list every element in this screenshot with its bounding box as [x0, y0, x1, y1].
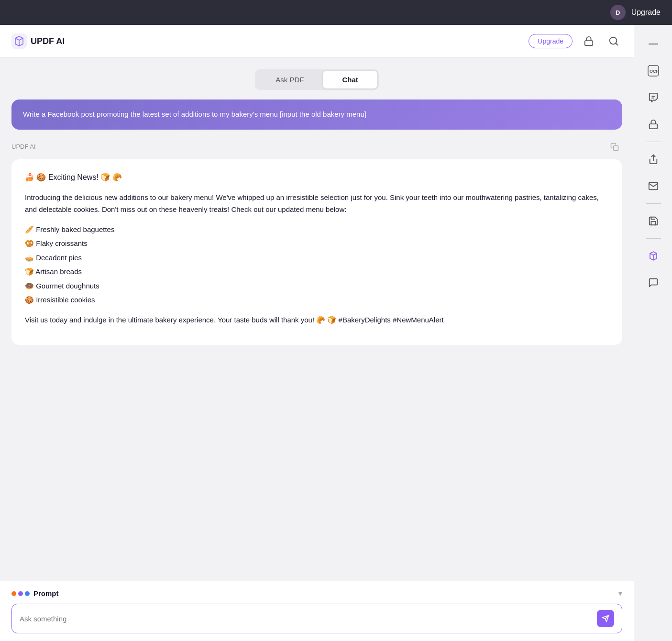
ai-response-block: UPDF AI 🍰 🍪 Exciting News! 🍞 🥐 Introduci… — [11, 139, 622, 345]
ai-label: UPDF AI — [11, 143, 36, 150]
list-item: 🥖 Freshly baked baguettes — [25, 223, 609, 236]
list-item: 🍪 Irresistible cookies — [25, 294, 609, 306]
app-header: UPDF AI Upgrade — [0, 25, 634, 58]
list-item: 🍩 Gourmet doughnuts — [25, 280, 609, 292]
updf-logo-icon — [11, 33, 27, 49]
user-avatar[interactable]: D — [610, 5, 626, 20]
save-sidebar-icon[interactable] — [642, 210, 665, 232]
share-icon[interactable] — [642, 148, 665, 171]
svg-rect-3 — [614, 145, 618, 150]
prompt-label: Prompt — [33, 589, 59, 597]
minimize-icon[interactable] — [642, 33, 665, 55]
send-button[interactable] — [597, 610, 614, 627]
tabs-row: Ask PDF Chat — [11, 58, 622, 99]
ai-sidebar-icon[interactable] — [642, 244, 665, 267]
logo-area: UPDF AI — [11, 33, 65, 49]
user-message-bubble: Write a Facebook post promoting the late… — [11, 99, 622, 130]
ai-response-content: 🍰 🍪 Exciting News! 🍞 🥐 Introducing the d… — [11, 159, 622, 345]
dot-orange — [11, 591, 16, 596]
convert-icon[interactable] — [642, 86, 665, 109]
search-header-icon[interactable] — [605, 33, 622, 50]
svg-rect-6 — [649, 44, 658, 44]
chat-sidebar-icon[interactable] — [642, 271, 665, 294]
prompt-header: Prompt ▾ — [11, 589, 622, 598]
logo-text: UPDF AI — [31, 36, 65, 46]
ai-footer: Visit us today and indulge in the ultima… — [25, 314, 609, 326]
dot-purple — [18, 591, 23, 596]
tab-chat[interactable]: Chat — [323, 71, 377, 88]
prompt-dots — [11, 591, 30, 596]
prompt-label-area: Prompt — [11, 589, 59, 597]
prompt-chevron-icon: ▾ — [618, 589, 622, 598]
sidebar-divider-1 — [646, 142, 661, 142]
content-area: UPDF AI Upgrade — [0, 25, 634, 641]
tab-ask-pdf[interactable]: Ask PDF — [256, 71, 323, 88]
svg-text:OCR: OCR — [650, 69, 660, 74]
copy-button[interactable] — [607, 139, 622, 155]
list-item: 🥨 Flaky croissants — [25, 237, 609, 250]
top-upgrade-button[interactable]: Upgrade — [631, 8, 661, 17]
svg-rect-1 — [585, 41, 593, 45]
main-layout: UPDF AI Upgrade — [0, 25, 672, 641]
list-item: 🥧 Decadent pies — [25, 252, 609, 264]
mail-icon[interactable] — [642, 175, 665, 198]
tabs-wrapper: Ask PDF Chat — [255, 69, 379, 90]
ai-menu-list: 🥖 Freshly baked baguettes🥨 Flaky croissa… — [25, 223, 609, 306]
chat-container: Ask PDF Chat Write a Facebook post promo… — [0, 58, 634, 581]
lock-sidebar-icon[interactable] — [642, 113, 665, 136]
ocr-icon[interactable]: OCR — [642, 59, 665, 82]
prompt-section: Prompt ▾ — [0, 581, 634, 641]
svg-rect-11 — [649, 124, 657, 129]
dot-blue — [25, 591, 30, 596]
ask-input[interactable] — [20, 615, 597, 623]
list-item: 🍞 Artisan breads — [25, 265, 609, 278]
lock-header-icon[interactable] — [580, 33, 597, 50]
top-bar: D Upgrade — [0, 0, 672, 25]
input-row — [11, 604, 622, 633]
sidebar-divider-2 — [646, 203, 661, 204]
sidebar-divider-3 — [646, 238, 661, 239]
right-sidebar: OCR — [634, 25, 672, 641]
ai-label-row: UPDF AI — [11, 139, 622, 155]
ai-intro: Introducing the delicious new additions … — [25, 191, 609, 216]
header-actions: Upgrade — [529, 33, 622, 50]
ai-headline: 🍰 🍪 Exciting News! 🍞 🥐 — [25, 171, 609, 184]
header-upgrade-button[interactable]: Upgrade — [529, 34, 573, 48]
